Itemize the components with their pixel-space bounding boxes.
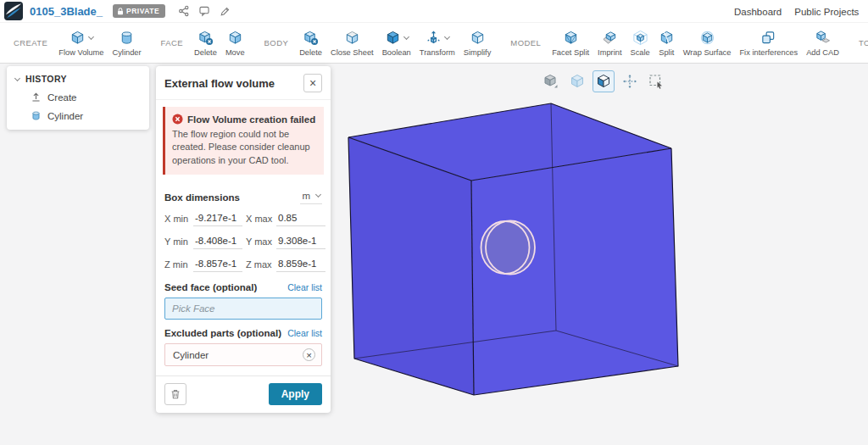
z-min-field[interactable]: -8.857e-1	[193, 259, 242, 272]
toolbar-fix-interferences-button[interactable]: Fix interferences	[735, 23, 802, 63]
edit-pencil-icon	[220, 6, 231, 17]
privacy-badge[interactable]: PRIVATE	[113, 4, 165, 18]
cylinder-icon	[119, 30, 135, 46]
toolbar-imprint-button[interactable]: Imprint	[593, 23, 626, 63]
chevron-down-icon[interactable]	[444, 33, 450, 39]
toolbar-add-cad-button[interactable]: Add CAD	[802, 23, 843, 63]
toolbar-wrap-surface-button[interactable]: Wrap Surface	[679, 23, 736, 63]
toolbar-face-delete-button[interactable]: Delete	[190, 23, 221, 63]
solid-cube-icon	[543, 74, 559, 89]
x-max-label: X max	[246, 214, 273, 226]
top-bar: 0105_3Blade_ PRIVATE Dashboard Public Pr…	[0, 0, 868, 23]
seed-face-clear-link[interactable]: Clear list	[287, 282, 322, 292]
box-select-icon	[648, 74, 664, 89]
excluded-part-name: Cylinder	[173, 350, 209, 360]
toolbar-item-label: Delete	[299, 48, 322, 57]
error-body: The flow region could not be created. Pl…	[172, 128, 317, 167]
history-header[interactable]: HISTORY	[15, 74, 141, 84]
fix-interferences-icon	[760, 30, 776, 46]
z-max-label: Z max	[246, 259, 273, 272]
error-title: Flow Volume creation failed	[187, 114, 315, 125]
toolbar-group-tools: TOOLS Gaps Interferences	[852, 23, 868, 63]
y-max-field[interactable]: 9.308e-1	[276, 236, 326, 249]
transparency-toggle-button[interactable]	[566, 70, 588, 92]
dialog-body: Box dimensions m X min -9.217e-1 X max 0…	[156, 183, 331, 366]
apply-button[interactable]: Apply	[269, 383, 322, 405]
box-select-button[interactable]	[645, 70, 667, 92]
seed-face-input[interactable]: Pick Face	[164, 298, 322, 320]
toolbar-transform-button[interactable]: Transform	[415, 23, 459, 63]
seed-face-row: Seed face (optional) Clear list	[164, 282, 322, 292]
toolbar-simplify-button[interactable]: Simplify	[459, 23, 496, 63]
toolbar-face-move-button[interactable]: Move	[221, 23, 249, 63]
toolbar-item-label: Scale	[631, 48, 650, 57]
box-dimensions-label: Box dimensions	[164, 192, 240, 203]
z-min-label: Z min	[164, 259, 190, 272]
dialog-header: External flow volume ×	[156, 66, 331, 100]
history-item-create[interactable]: Create	[31, 92, 141, 103]
toolbar-item-label: Wrap Surface	[683, 48, 732, 57]
toolbar-flow-volume-button[interactable]: Flow Volume	[54, 23, 108, 63]
comments-button[interactable]	[195, 3, 214, 19]
cylinder-body[interactable]	[481, 221, 536, 275]
excluded-parts-label: Excluded parts (optional)	[164, 328, 281, 338]
delete-face-icon	[198, 30, 214, 46]
error-title-row: Flow Volume creation failed	[172, 114, 317, 125]
nav-public-projects[interactable]: Public Projects	[794, 7, 859, 17]
move-gizmo-button[interactable]	[619, 70, 641, 92]
chevron-down-icon[interactable]	[403, 33, 409, 39]
toolbar-item-label: Boolean	[382, 48, 411, 57]
group-label-create: CREATE	[14, 38, 47, 47]
remove-chip-button[interactable]: ×	[303, 348, 315, 361]
transparent-cube-icon	[570, 74, 585, 89]
error-alert: Flow Volume creation failed The flow reg…	[163, 107, 324, 175]
toolbar-item-label: Facet Split	[552, 48, 589, 57]
toolbar-scale-button[interactable]: Scale	[626, 23, 654, 63]
dialog-title: External flow volume	[164, 77, 275, 90]
flow-volume-cube-icon	[70, 30, 86, 46]
x-min-field[interactable]: -9.217e-1	[193, 213, 242, 226]
unit-select[interactable]: m	[300, 190, 322, 204]
split-icon	[659, 30, 675, 46]
share-button[interactable]	[175, 3, 193, 19]
x-max-field[interactable]: 0.85	[276, 213, 326, 226]
toolbar-item-label: Move	[225, 48, 245, 57]
move-face-icon	[227, 30, 243, 46]
toolbar-item-label: Cylinder	[112, 48, 141, 57]
project-title[interactable]: 0105_3Blade_	[30, 5, 103, 18]
toolbar-item-label: Simplify	[464, 48, 492, 57]
chevron-down-icon[interactable]	[88, 33, 94, 39]
viewport[interactable]: HISTORY Create Cylinder External flow vo…	[0, 64, 868, 445]
y-min-field[interactable]: -8.408e-1	[193, 236, 242, 249]
render-mode-button[interactable]	[540, 70, 562, 92]
toolbar-body-delete-button[interactable]: Delete	[295, 23, 326, 63]
toolbar-facet-split-button[interactable]: Facet Split	[548, 23, 593, 63]
toolbar-split-button[interactable]: Split	[654, 23, 679, 63]
group-label-face: FACE	[161, 38, 183, 47]
upload-icon	[31, 92, 42, 103]
top-nav: Dashboard Public Projects Forum	[734, 0, 868, 23]
share-icon	[178, 5, 190, 17]
toolbar-item-label: Imprint	[598, 48, 621, 57]
excluded-parts-clear-link[interactable]: Clear list	[287, 328, 322, 338]
toolbar-close-sheet-button[interactable]: Close Sheet	[326, 23, 378, 63]
simplify-icon	[470, 30, 486, 46]
select-volume-button[interactable]	[593, 70, 615, 92]
y-min-label: Y min	[164, 236, 190, 249]
y-max-label: Y max	[246, 236, 273, 249]
app-root: { "colors": { "title_blue": "#2c7ab8", "…	[0, 0, 868, 445]
dimensions-grid: X min -9.217e-1 X max 0.85 Y min -8.408e…	[164, 213, 322, 272]
history-title: HISTORY	[25, 74, 67, 84]
toolbar-cylinder-button[interactable]: Cylinder	[108, 23, 145, 63]
z-max-field[interactable]: 8.859e-1	[276, 259, 326, 272]
delete-body-icon	[303, 30, 319, 46]
close-button[interactable]: ×	[303, 74, 322, 92]
toolbar-boolean-button[interactable]: Boolean	[378, 23, 415, 63]
toolbar-item-label: Delete	[194, 48, 217, 57]
trash-icon	[170, 388, 181, 400]
nav-dashboard[interactable]: Dashboard	[734, 7, 782, 17]
toolbar-item-label: Fix interferences	[739, 48, 798, 57]
rename-button[interactable]	[215, 3, 234, 19]
delete-operation-button[interactable]	[164, 383, 186, 405]
history-item-cylinder[interactable]: Cylinder	[31, 110, 141, 121]
